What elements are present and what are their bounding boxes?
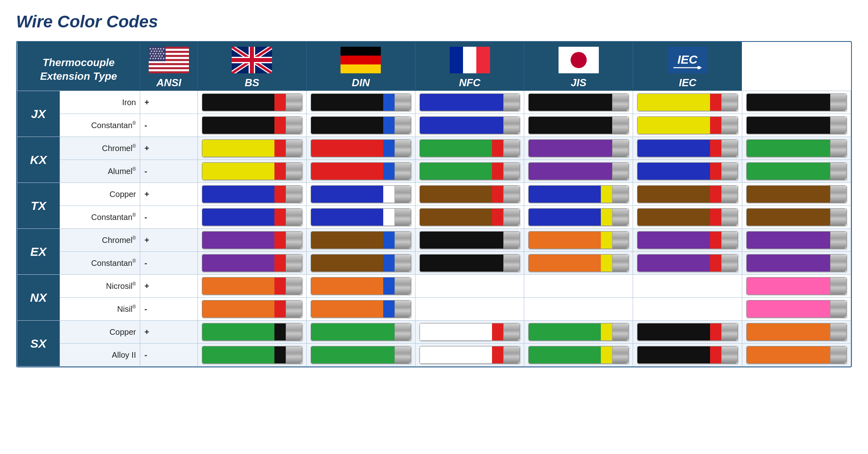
wire-cell-empty (415, 298, 524, 321)
wire-cell (524, 206, 633, 229)
sign-cell: - (140, 206, 197, 229)
material-cell: Constantan® (60, 114, 140, 137)
wire-cell (742, 321, 851, 344)
wire-cell (524, 91, 633, 114)
table-row: KXChromel®+ (17, 137, 851, 160)
sign-cell: - (140, 344, 197, 367)
wire-cell (633, 206, 742, 229)
wire-cell (197, 321, 306, 344)
type-cell: KX (17, 137, 60, 183)
wire-cell (524, 160, 633, 183)
wire-cell (633, 229, 742, 252)
wire-cell (197, 344, 306, 367)
sign-cell: + (140, 229, 197, 252)
flag-france (450, 47, 490, 73)
wire-cell (197, 275, 306, 298)
wire-cell (415, 160, 524, 183)
wire-cell (415, 137, 524, 160)
wire-cell (742, 344, 851, 367)
wire-cell (415, 229, 524, 252)
wire-cell (306, 206, 415, 229)
table-row: Constantan®- (17, 252, 851, 275)
flag-uk (232, 47, 272, 73)
wire-cell (306, 298, 415, 321)
flag-japan (559, 47, 599, 73)
material-cell: Copper (60, 321, 140, 344)
header-iec: IEC IEC (633, 42, 742, 91)
wire-cell (197, 183, 306, 206)
table-row: Constantan®- (17, 206, 851, 229)
wire-cell (742, 229, 851, 252)
type-cell: SX (17, 321, 60, 367)
wire-cell (524, 137, 633, 160)
wire-cell (306, 114, 415, 137)
material-cell: Chromel® (60, 229, 140, 252)
wire-cell (415, 321, 524, 344)
wire-cell (197, 229, 306, 252)
sign-cell: - (140, 160, 197, 183)
material-cell: Nisil® (60, 298, 140, 321)
wire-cell (306, 229, 415, 252)
wire-cell (524, 183, 633, 206)
sign-cell: + (140, 183, 197, 206)
header-nfc: NFC (415, 42, 524, 91)
page-title: Wire Color Codes (16, 12, 852, 31)
wire-cell (742, 91, 851, 114)
wire-cell (197, 114, 306, 137)
svg-rect-43 (450, 47, 463, 73)
header-jis: JIS (524, 42, 633, 91)
table-row: TXCopper+ (17, 183, 851, 206)
wire-cell (742, 275, 851, 298)
table-row: Nisil®- (17, 298, 851, 321)
svg-rect-40 (341, 64, 381, 73)
wire-cell (524, 252, 633, 275)
type-cell: TX (17, 183, 60, 229)
wire-cell-empty (633, 275, 742, 298)
wire-cell (197, 298, 306, 321)
wire-cell (524, 344, 633, 367)
wire-cell (633, 321, 742, 344)
wire-cell (742, 160, 851, 183)
wire-cell (742, 298, 851, 321)
wire-cell (415, 114, 524, 137)
table-row: EXChromel®+ (17, 229, 851, 252)
table-body: JXIron+Constantan®-KXChromel®+Alumel®-TX… (17, 91, 851, 367)
wire-cell (197, 91, 306, 114)
wire-cell (197, 160, 306, 183)
wire-cell (306, 344, 415, 367)
sign-cell: - (140, 298, 197, 321)
table-row: SXCopper+ (17, 321, 851, 344)
svg-rect-20 (149, 63, 189, 65)
wire-cell (415, 252, 524, 275)
flag-iec: IEC (667, 47, 708, 73)
header-ansi: ★★★★★★ ★★★★★ ★★★★★★ ★★★★★ ★★★★★★ ANSI (140, 42, 197, 91)
wire-cell (415, 91, 524, 114)
wire-cell (742, 183, 851, 206)
wire-cell (524, 229, 633, 252)
wire-cell (197, 252, 306, 275)
flag-germany (341, 47, 381, 73)
table-row: Alloy II- (17, 344, 851, 367)
wire-cell-empty (524, 298, 633, 321)
material-cell: Iron (60, 91, 140, 114)
wire-cell (306, 91, 415, 114)
material-cell: Nicrosil® (60, 275, 140, 298)
wire-cell (197, 137, 306, 160)
svg-rect-37 (232, 58, 272, 62)
table-header-row: Thermocouple Extension Type (17, 42, 851, 91)
table-row: Alumel®- (17, 160, 851, 183)
table-row: JXIron+ (17, 91, 851, 114)
svg-text:IEC: IEC (677, 53, 698, 66)
wire-cell (306, 183, 415, 206)
material-cell: Copper (60, 183, 140, 206)
sign-cell: + (140, 275, 197, 298)
wire-cell (742, 206, 851, 229)
wire-cell (633, 137, 742, 160)
wire-color-table: Thermocouple Extension Type (16, 41, 852, 367)
svg-point-45 (571, 52, 587, 68)
svg-rect-21 (149, 67, 189, 69)
wire-cell (197, 206, 306, 229)
material-cell: Chromel® (60, 137, 140, 160)
type-cell: NX (17, 275, 60, 321)
sign-cell: + (140, 321, 197, 344)
